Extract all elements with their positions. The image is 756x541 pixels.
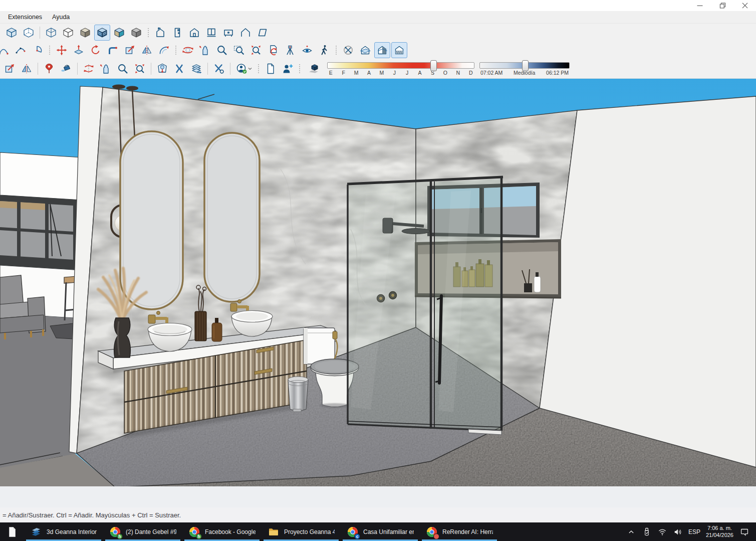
shadow-time-slider[interactable] [479, 62, 570, 69]
account-button[interactable] [233, 61, 255, 77]
position-camera-icon [287, 46, 293, 55]
camera-zoom-window-button[interactable] [231, 42, 247, 58]
style-shaded-textures-button[interactable] [94, 25, 110, 41]
extra-flip-button[interactable] [19, 61, 35, 77]
camera-pan-button[interactable] [197, 42, 213, 58]
section-display-planes-button[interactable] [357, 42, 373, 58]
tool-followme-button[interactable] [105, 42, 121, 58]
taskbar-item-chrome-casa[interactable]: c Casa Unifamiliar en... [341, 522, 420, 541]
taskbar-item-chrome-dante[interactable]: h (2) Dante Gebel #94... [103, 522, 182, 541]
wifi-icon [659, 529, 665, 535]
toolbar-grip[interactable] [257, 63, 260, 74]
tool-arc-endpoint-button[interactable] [0, 42, 12, 58]
viewport-3d[interactable] [0, 79, 756, 507]
tool-pushpull-button[interactable] [71, 42, 87, 58]
style-monochrome-button[interactable] [128, 25, 144, 41]
toolbar-grip[interactable] [298, 63, 301, 74]
shadow-box-icon [309, 65, 318, 73]
section-display-cuts-button[interactable] [374, 42, 390, 58]
notification-icon [741, 529, 748, 535]
section-cuts-icon [378, 47, 387, 54]
add-collaborator-button[interactable] [280, 61, 296, 77]
style-shaded-textures2-button[interactable] [111, 25, 127, 41]
tool-rotate-button[interactable] [88, 42, 104, 58]
exterior-wall[interactable] [540, 96, 756, 467]
tray-wifi-button[interactable] [657, 527, 667, 537]
style-back-edges-button[interactable] [21, 25, 37, 41]
date-slider-handle[interactable] [430, 60, 437, 71]
camera-walk-button[interactable] [316, 42, 332, 58]
tool-scale-button[interactable] [122, 42, 138, 58]
camera-look-around-button[interactable] [299, 42, 315, 58]
extra-scale-button[interactable] [2, 61, 18, 77]
section-display-fill-button[interactable] [391, 42, 407, 58]
style-xray-button[interactable] [4, 25, 20, 41]
tool-flip-button[interactable] [139, 42, 155, 58]
slab-icon [259, 29, 267, 36]
taskbar-item-document[interactable] [0, 522, 24, 541]
restore-button[interactable] [711, 0, 733, 11]
notification-center-button[interactable] [739, 526, 750, 537]
toolbar-grip[interactable] [48, 45, 51, 56]
extra-place-marker-button[interactable] [41, 61, 57, 77]
tool-pie-button[interactable] [30, 42, 46, 58]
warehouse-download-button[interactable] [154, 61, 170, 77]
extension-x-button[interactable] [171, 61, 187, 77]
camera-previous-button[interactable] [265, 42, 281, 58]
extra-paint-bucket-button[interactable] [58, 61, 74, 77]
extra-zoom-button[interactable] [115, 61, 131, 77]
extra-zoom-extents-button[interactable] [132, 61, 148, 77]
style-shaded-button[interactable] [77, 25, 93, 41]
tray-usb-button[interactable] [642, 527, 652, 537]
scale-icon [6, 64, 15, 72]
tool-move-button[interactable] [54, 42, 70, 58]
arch-door-button[interactable] [169, 25, 185, 41]
taskbar-item-chrome-rerender[interactable]: ReRender AI: Herra... [420, 522, 499, 541]
new-document-button[interactable] [263, 61, 279, 77]
camera-orbit-button[interactable] [180, 42, 196, 58]
arch-furniture-button[interactable] [220, 25, 236, 41]
taskbar-item-sketchup[interactable]: 3d Geanna Interior ... [24, 522, 103, 541]
mirror-left[interactable] [120, 131, 183, 309]
toolbar-grip[interactable] [335, 45, 338, 56]
trash-bin[interactable] [288, 377, 308, 412]
style-hidden-line-button[interactable] [60, 25, 76, 41]
menu-extensiones[interactable]: Extensiones [3, 12, 47, 22]
tray-chevron-button[interactable] [626, 527, 636, 537]
taskbar-item-chrome-facebook[interactable]: h Facebook - Google ... [182, 522, 262, 541]
toolbar-grip[interactable] [147, 27, 150, 38]
tray-volume-button[interactable] [673, 527, 683, 537]
arch-roof-button[interactable] [237, 25, 254, 41]
xray-cube-icon [7, 28, 16, 37]
taskbar-item-folder-proyecto[interactable]: Proyecto Geanna 4 [262, 522, 341, 541]
pie-icon [36, 46, 41, 52]
arch-facade-button[interactable] [186, 25, 202, 41]
camera-zoom-button[interactable] [214, 42, 230, 58]
camera-zoom-extents-button[interactable] [248, 42, 264, 58]
extra-flip-axis-button[interactable] [81, 61, 97, 77]
extra-pan-button[interactable] [98, 61, 114, 77]
arch-house-levels-button[interactable] [152, 25, 168, 41]
toolbar-grip[interactable] [174, 45, 177, 56]
tool-arc-2point-button[interactable] [13, 42, 29, 58]
arch-slab-button[interactable] [255, 25, 271, 41]
arch-window-button[interactable] [203, 25, 219, 41]
camera-position-button[interactable] [282, 42, 298, 58]
shadow-date-slider[interactable] [327, 62, 474, 69]
shower-enclosure[interactable] [347, 177, 503, 435]
pan-hand-icon [199, 46, 207, 55]
industrial-window[interactable] [0, 195, 82, 270]
extension-manager-button[interactable] [211, 61, 227, 77]
layers-export-button[interactable] [188, 61, 204, 77]
style-wireframe-button[interactable] [43, 25, 59, 41]
minimize-button[interactable] [688, 0, 711, 11]
section-plane-button[interactable] [340, 42, 356, 58]
tool-offset-button[interactable] [156, 42, 172, 58]
language-indicator[interactable]: ESP [688, 528, 700, 535]
mirror-right[interactable] [204, 133, 260, 302]
toggle-shadows-button[interactable] [306, 61, 322, 77]
close-button[interactable] [733, 0, 756, 11]
time-slider-handle[interactable] [522, 60, 529, 71]
menu-ayuda[interactable]: Ayuda [47, 12, 75, 22]
clock[interactable]: 7:06 a. m. 21/04/2026 [706, 525, 733, 539]
